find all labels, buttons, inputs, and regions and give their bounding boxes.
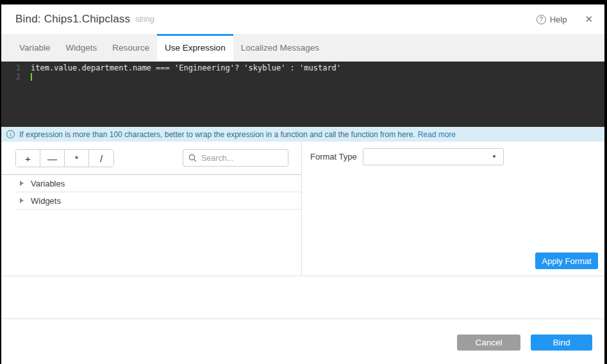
help-icon: ?: [536, 15, 546, 24]
bind-button[interactable]: Bind: [531, 335, 592, 351]
format-type-dropdown[interactable]: ▼: [363, 148, 504, 165]
bindable-items-tree: Variables Widgets: [1, 174, 301, 210]
multiply-operator-button[interactable]: *: [65, 150, 89, 167]
tab-bar: Variable Widgets Resource Use Expression…: [1, 34, 604, 62]
dialog-body: + — * / Variables Widgets: [1, 142, 604, 276]
minus-operator-button[interactable]: —: [40, 150, 65, 167]
empty-area: [1, 276, 604, 318]
plus-operator-button[interactable]: +: [16, 150, 40, 167]
search-input[interactable]: [201, 154, 283, 163]
code-line-1: item.value.department.name === 'Engineer…: [31, 63, 341, 72]
format-panel: Format Type ▼ Apply Format: [302, 142, 604, 276]
help-button[interactable]: ? Help: [536, 15, 567, 24]
divide-operator-button[interactable]: /: [89, 150, 113, 167]
dialog-footer: Cancel Bind: [1, 318, 604, 364]
read-more-link[interactable]: Read more: [418, 130, 456, 139]
tree-item-widgets[interactable]: Widgets: [15, 192, 301, 210]
info-message: If expression is more than 100 character…: [19, 130, 415, 139]
operator-toolbar: + — * /: [1, 142, 301, 174]
search-box[interactable]: [183, 149, 288, 167]
operator-button-group: + — * /: [15, 149, 114, 167]
editor-cursor: [31, 73, 32, 81]
format-type-label: Format Type: [310, 152, 363, 161]
dialog-header: Bind: Chips1.Chipclass string ? Help ✕: [1, 4, 604, 34]
code-line-2: [31, 72, 341, 81]
tab-use-expression[interactable]: Use Expression: [157, 34, 233, 62]
editor-code[interactable]: item.value.department.name === 'Engineer…: [28, 63, 341, 127]
tree-item-variables[interactable]: Variables: [15, 175, 301, 192]
tab-localized-messages[interactable]: Localized Messages: [233, 34, 327, 62]
cancel-button[interactable]: Cancel: [457, 335, 520, 351]
info-icon: i: [6, 130, 15, 138]
header-actions: ? Help ✕: [536, 13, 593, 25]
expand-arrow-icon[interactable]: [20, 181, 24, 186]
dialog-title: Bind: Chips1.Chipclass: [15, 13, 130, 26]
dropdown-caret-icon: ▼: [492, 154, 497, 160]
tab-widgets[interactable]: Widgets: [58, 34, 105, 62]
format-type-row: Format Type ▼: [302, 142, 604, 165]
expression-builder-panel: + — * / Variables Widgets: [1, 142, 302, 276]
search-icon: [188, 154, 197, 162]
expand-arrow-icon[interactable]: [20, 198, 24, 203]
tab-variable[interactable]: Variable: [12, 34, 58, 62]
close-icon[interactable]: ✕: [585, 13, 593, 25]
help-label: Help: [550, 15, 567, 24]
tab-resource[interactable]: Resource: [104, 34, 157, 62]
binding-type-label: string: [135, 15, 154, 24]
apply-format-button[interactable]: Apply Format: [535, 252, 598, 269]
info-bar: i If expression is more than 100 charact…: [1, 127, 604, 142]
editor-line-numbers: 1 2: [1, 63, 28, 127]
bind-dialog: Bind: Chips1.Chipclass string ? Help ✕ V…: [1, 4, 604, 364]
expression-editor[interactable]: 1 2 item.value.department.name === 'Engi…: [1, 62, 604, 127]
